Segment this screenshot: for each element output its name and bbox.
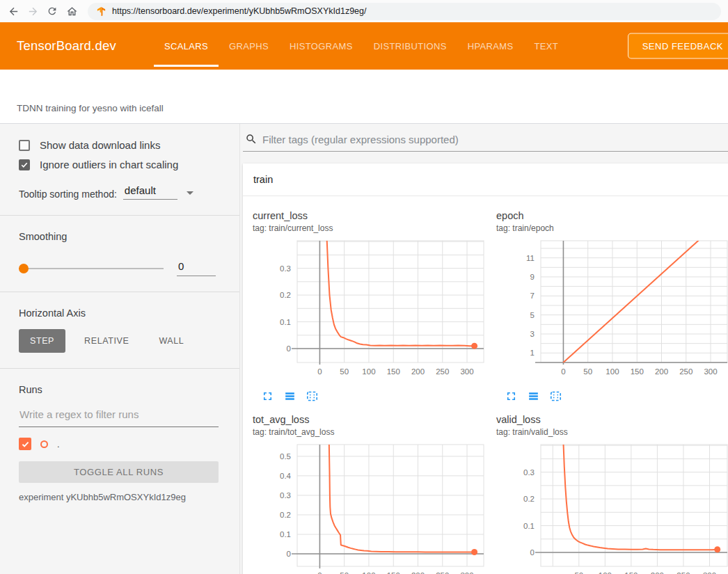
experiment-title: TDNN training for yesno with icefall bbox=[17, 103, 164, 113]
chart-plot-current_loss[interactable]: 05010015020025030000.10.20.3 bbox=[253, 237, 486, 383]
horizontal-axis-section: Horizontal Axis STEPRELATIVEWALL bbox=[0, 292, 239, 369]
svg-text:9: 9 bbox=[530, 273, 535, 281]
svg-text:200: 200 bbox=[655, 367, 668, 376]
url-bar[interactable]: https://tensorboard.dev/experiment/yKUbh… bbox=[88, 3, 721, 20]
svg-text:0.1: 0.1 bbox=[523, 522, 535, 530]
svg-text:150: 150 bbox=[387, 367, 400, 376]
general-settings-section: Show data download linksIgnore outliers … bbox=[0, 124, 239, 216]
series-line-. bbox=[329, 443, 475, 552]
runs-section: Runs . TOGGLE ALL RUNS experiment yKUbhb… bbox=[0, 369, 239, 518]
chart-tag: tag: train/valid_loss bbox=[496, 427, 728, 437]
svg-text:0.2: 0.2 bbox=[523, 495, 535, 503]
chart-title: tot_avg_loss bbox=[253, 414, 486, 425]
svg-text:0: 0 bbox=[530, 548, 535, 557]
experiment-bar: TDNN training for yesno with icefall bbox=[0, 70, 728, 124]
main-panel: train current_losstag: train/current_los… bbox=[240, 124, 728, 574]
tooltip-sorting-select[interactable]: default bbox=[123, 184, 193, 200]
svg-text:300: 300 bbox=[460, 367, 473, 376]
toggle-all-runs-button[interactable]: TOGGLE ALL RUNS bbox=[19, 461, 219, 483]
smoothing-label: Smoothing bbox=[19, 231, 219, 242]
chart-card-epoch: epochtag: train/epoch0501001502002503001… bbox=[486, 202, 728, 406]
smoothing-value[interactable]: 0 bbox=[177, 260, 216, 276]
svg-text:0.3: 0.3 bbox=[280, 491, 291, 500]
horizontal-lines-icon[interactable] bbox=[283, 389, 296, 403]
axis-option-wall[interactable]: WALL bbox=[148, 329, 195, 353]
smoothing-slider[interactable] bbox=[19, 264, 164, 273]
tag-group-card: train current_losstag: train/current_los… bbox=[243, 164, 728, 574]
svg-text:200: 200 bbox=[411, 367, 425, 376]
checkbox-row[interactable]: Show data download links bbox=[19, 139, 219, 151]
tag-group-header[interactable]: train bbox=[243, 164, 728, 196]
tab-distributions[interactable]: DISTRIBUTIONS bbox=[363, 22, 457, 70]
home-icon[interactable] bbox=[63, 2, 81, 20]
svg-text:150: 150 bbox=[631, 367, 644, 376]
send-feedback-button[interactable]: SEND FEEDBACK bbox=[628, 33, 728, 59]
svg-text:50: 50 bbox=[340, 367, 349, 376]
svg-text:3: 3 bbox=[530, 330, 535, 338]
chart-plot-tot_avg_loss[interactable]: 05010015020025030000.10.20.30.40.5 bbox=[253, 440, 486, 574]
svg-text:5: 5 bbox=[530, 311, 535, 319]
svg-text:250: 250 bbox=[436, 367, 449, 376]
checkbox-icon[interactable] bbox=[19, 140, 30, 151]
checkbox-label: Ignore outliers in chart scaling bbox=[40, 159, 178, 170]
nav-tabs: SCALARSGRAPHSHISTOGRAMSDISTRIBUTIONSHPAR… bbox=[154, 22, 569, 70]
svg-text:150: 150 bbox=[387, 571, 400, 574]
fullscreen-icon[interactable] bbox=[504, 389, 518, 403]
svg-text:0.3: 0.3 bbox=[280, 264, 291, 273]
slider-thumb[interactable] bbox=[19, 264, 29, 273]
url-text: https://tensorboard.dev/experiment/yKUbh… bbox=[112, 6, 366, 16]
chart-title: current_loss bbox=[253, 210, 486, 221]
axis-option-relative[interactable]: RELATIVE bbox=[73, 329, 140, 353]
tensorboard-favicon bbox=[96, 6, 106, 17]
tab-graphs[interactable]: GRAPHS bbox=[219, 22, 279, 70]
checkbox-label: Show data download links bbox=[40, 139, 160, 151]
svg-text:50: 50 bbox=[340, 571, 349, 574]
svg-text:0.4: 0.4 bbox=[280, 472, 292, 480]
svg-text:250: 250 bbox=[679, 367, 693, 376]
chart-plot-epoch[interactable]: 0501001502002503001357911 bbox=[496, 237, 728, 383]
chart-tag: tag: train/current_loss bbox=[253, 223, 486, 233]
horizontal-lines-icon[interactable] bbox=[526, 389, 540, 403]
series-end-dot bbox=[471, 343, 477, 349]
chart-actions bbox=[260, 389, 486, 403]
fit-domain-icon[interactable] bbox=[305, 389, 319, 403]
fullscreen-icon[interactable] bbox=[260, 389, 274, 403]
svg-text:50: 50 bbox=[583, 367, 592, 376]
svg-text:0: 0 bbox=[287, 344, 291, 353]
svg-text:0: 0 bbox=[317, 367, 322, 376]
fit-domain-icon[interactable] bbox=[548, 389, 562, 403]
svg-text:100: 100 bbox=[362, 571, 375, 574]
run-checkbox[interactable] bbox=[19, 438, 31, 450]
charts-grid: current_losstag: train/current_loss05010… bbox=[243, 196, 728, 574]
back-icon[interactable] bbox=[4, 2, 22, 20]
svg-text:0: 0 bbox=[561, 367, 565, 376]
axis-option-step[interactable]: STEP bbox=[19, 329, 65, 353]
svg-text:0: 0 bbox=[287, 550, 291, 558]
experiment-caption: experiment yKUbhb5wRmOSXYkId1z9eg bbox=[19, 492, 219, 502]
tooltip-sorting-value: default bbox=[123, 184, 177, 200]
checkbox-row[interactable]: Ignore outliers in chart scaling bbox=[19, 159, 219, 170]
tooltip-sorting-label: Tooltip sorting method: bbox=[19, 189, 117, 200]
chart-tag: tag: train/epoch bbox=[496, 223, 728, 233]
tab-scalars[interactable]: SCALARS bbox=[154, 22, 219, 70]
runs-filter-input[interactable] bbox=[19, 408, 219, 427]
run-row[interactable]: . bbox=[19, 438, 219, 450]
svg-text:150: 150 bbox=[624, 571, 638, 574]
tab-histograms[interactable]: HISTOGRAMS bbox=[279, 22, 363, 70]
forward-icon[interactable] bbox=[24, 2, 42, 20]
svg-text:250: 250 bbox=[676, 571, 690, 574]
series-end-dot bbox=[471, 549, 477, 555]
tag-filter-row bbox=[243, 124, 728, 152]
svg-text:100: 100 bbox=[606, 367, 619, 376]
tab-hparams[interactable]: HPARAMS bbox=[457, 22, 524, 70]
svg-text:0.2: 0.2 bbox=[280, 511, 291, 519]
chart-plot-valid_loss[interactable]: 5010015020025030000.10.20.3 bbox=[496, 440, 728, 574]
run-color-swatch bbox=[40, 440, 48, 448]
checkbox-icon[interactable] bbox=[19, 159, 30, 170]
tab-text[interactable]: TEXT bbox=[523, 22, 569, 70]
tag-group-title: train bbox=[253, 174, 273, 185]
tag-filter-input[interactable] bbox=[262, 134, 728, 145]
reload-icon[interactable] bbox=[43, 2, 61, 20]
svg-text:11: 11 bbox=[526, 254, 535, 262]
svg-text:200: 200 bbox=[411, 571, 425, 574]
